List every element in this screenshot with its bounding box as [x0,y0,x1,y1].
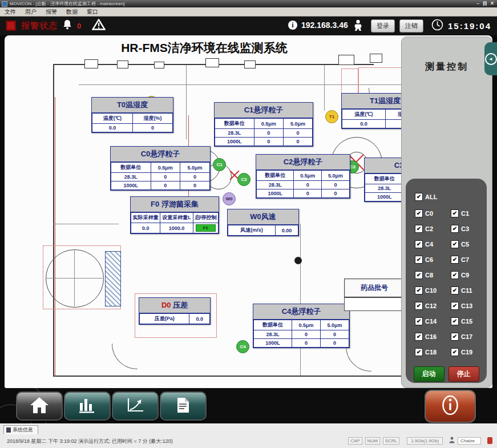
info-button[interactable] [425,390,476,423]
statusbar-tab[interactable]: 系统信息 [3,425,38,434]
menu-data[interactable]: 数据 [62,8,82,16]
table-cell: 28.3L [257,181,294,189]
checkbox-label: C18 [425,349,437,356]
table-cell: 0 [180,181,210,190]
home-button[interactable] [16,392,63,421]
bell-icon[interactable] [63,19,72,33]
sidebar-title: 测量控制 [402,61,492,73]
checkbox-box[interactable]: ✔ [415,317,423,325]
panel-title: F0 浮游菌采集 [131,197,219,212]
checkbox-box[interactable]: ✔ [451,271,459,279]
main-screen: HR-FMS洁净环境在线监测系统 [5,35,492,388]
checkbox-box[interactable]: ✔ [451,256,459,264]
clock-icon [431,19,443,33]
checkbox-box[interactable]: ✔ [451,333,459,341]
checkbox-label: C13 [461,302,472,309]
checkbox-box[interactable]: ✔ [415,256,423,264]
menu-window[interactable]: 窗口 [82,8,103,16]
table-cell: 0 [254,129,283,138]
checkbox-all[interactable]: ✔ ALL [415,189,487,204]
table-cell: 1000L [365,193,405,201]
checkbox-label: C5 [461,241,469,248]
checkbox-box[interactable]: ✔ [415,209,423,217]
checkbox-C14[interactable]: ✔C14 [415,313,451,329]
panel-t0: T0温湿度 温度(℃)湿度(%)0.00 [91,97,173,133]
checkbox-C18[interactable]: ✔C18 [415,344,451,360]
info-icon: i [288,21,297,30]
checkbox-C1[interactable]: ✔C1 [451,205,487,221]
start-button[interactable]: 启动 [414,366,445,382]
panel-title: C1悬浮粒子 [215,103,313,118]
checkbox-C9[interactable]: ✔C9 [451,267,487,282]
checkbox-C7[interactable]: ✔C7 [451,252,487,267]
f0-setpoint-value: 1000.0 [160,223,193,233]
checkbox-box[interactable]: ✔ [415,193,423,201]
table-cell: 0 [254,138,283,146]
menu-user[interactable]: 用户 [21,8,41,16]
table-cell: 0 [151,173,180,181]
floorplan-door [84,59,98,68]
menu-alarm[interactable]: 报警 [41,8,62,16]
minimize-button[interactable]: – [476,1,479,7]
checkbox-label: ALL [425,193,437,200]
checkbox-C3[interactable]: ✔C3 [451,221,487,236]
table-cell: 0 [294,181,322,189]
logout-button[interactable]: 注销 [399,19,423,33]
checkbox-C8[interactable]: ✔C8 [415,267,451,282]
checkbox-box[interactable]: ✔ [451,286,459,294]
checkbox-box[interactable]: ✔ [451,348,459,356]
checkbox-C10[interactable]: ✔C10 [415,282,451,298]
f0-actual-value: 0.0 [131,223,160,233]
checkbox-C2[interactable]: ✔C2 [415,221,451,236]
checkbox-C13[interactable]: ✔C13 [451,298,487,313]
checkbox-box[interactable]: ✔ [451,302,459,310]
checkbox-box[interactable]: ✔ [415,302,423,310]
checkbox-C6[interactable]: ✔C6 [415,252,451,267]
checkbox-box[interactable]: ✔ [415,348,423,356]
f0-start-stop-button[interactable]: F0 [196,224,216,232]
checkbox-box[interactable]: ✔ [415,240,423,248]
sidebar-collapse-tab[interactable]: ◄ [484,42,497,75]
checkbox-label: C3 [461,225,469,232]
checkbox-C17[interactable]: ✔C17 [451,329,487,344]
login-button[interactable]: 登录 [371,19,395,33]
close-button[interactable]: X [491,1,494,7]
table-cell: 0 [292,330,321,339]
checkbox-C5[interactable]: ✔C5 [451,236,487,252]
checkbox-C15[interactable]: ✔C15 [451,313,487,329]
report-button[interactable] [160,392,207,421]
user-icon [354,19,362,34]
batch-number-input[interactable] [344,297,405,311]
maximize-button[interactable]: 日 [483,1,487,7]
menu-file[interactable]: 文件 [0,8,21,16]
table-cell: 数据单位 [257,171,294,181]
checkbox-C19[interactable]: ✔C19 [451,344,487,360]
stop-button[interactable]: 停止 [448,366,479,382]
checkbox-box[interactable]: ✔ [415,225,423,233]
checkbox-box[interactable]: ✔ [451,317,459,325]
warning-triangle-icon[interactable] [92,19,106,33]
numlock-indicator: NUM [365,437,380,445]
checkbox-box[interactable]: ✔ [451,240,459,248]
table-cell: 0 [283,129,312,138]
table-cell: 5.0μm [180,163,210,173]
checkbox-box[interactable]: ✔ [451,225,459,233]
trend-chart-button[interactable] [112,392,159,421]
bar-chart-button[interactable] [64,392,111,421]
window-title: MOVICON - [总貌 - 洁净环境在线监测工程 - mainscreen] [10,1,476,7]
checkbox-box[interactable]: ✔ [415,286,423,294]
table-cell: 28.3L [365,184,405,193]
checkbox-C12[interactable]: ✔C12 [415,298,451,313]
alarm-state-icon[interactable] [6,21,16,31]
panel-w0: W0风速 风速(m/s) 0.00 [227,209,299,236]
collapse-arrow-icon[interactable]: ◄ [485,53,497,65]
checkbox-C0[interactable]: ✔C0 [415,205,451,221]
checkbox-C11[interactable]: ✔C11 [451,282,487,298]
checkbox-box[interactable]: ✔ [415,333,423,341]
checkbox-box[interactable]: ✔ [415,271,423,279]
floorplan-hatch [105,251,121,306]
checkbox-C4[interactable]: ✔C4 [415,236,451,252]
table-cell: 0 [294,189,322,198]
checkbox-box[interactable]: ✔ [451,209,459,217]
checkbox-C16[interactable]: ✔C16 [415,329,451,344]
